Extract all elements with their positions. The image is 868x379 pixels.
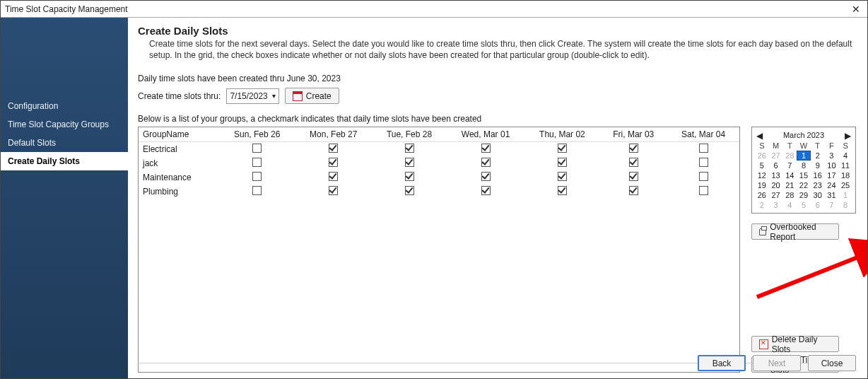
table-row[interactable]: jack	[139, 156, 739, 170]
slots-grid[interactable]: GroupNameSun, Feb 26Mon, Feb 27Tue, Feb …	[138, 127, 740, 373]
overbooked-report-button[interactable]: Overbooked Report	[751, 223, 839, 240]
calendar-next-icon[interactable]: ▶	[845, 131, 851, 141]
slot-checkbox[interactable]	[329, 172, 338, 181]
calendar-day[interactable]: 16	[811, 170, 825, 180]
calendar-day-off[interactable]: 6	[811, 200, 825, 210]
calendar-day[interactable]: 13	[769, 170, 783, 180]
date-thru-select[interactable]: 7/15/2023 ▾	[226, 88, 278, 104]
col-date[interactable]: Mon, Feb 27	[295, 127, 373, 142]
calendar-day[interactable]: 2	[811, 151, 825, 161]
group-name-cell: jack	[139, 156, 219, 170]
create-button[interactable]: Create	[285, 88, 339, 104]
calendar-day[interactable]: 12	[755, 170, 769, 180]
calendar-day-off[interactable]: 28	[782, 151, 797, 161]
slot-checkbox[interactable]	[481, 172, 491, 181]
calendar-day[interactable]: 7	[782, 161, 797, 170]
slot-checkbox[interactable]	[329, 186, 338, 195]
calendar-day[interactable]: 27	[769, 190, 783, 200]
calendar-day[interactable]: 28	[782, 190, 797, 200]
col-date[interactable]: Sat, Mar 04	[667, 127, 739, 142]
calendar-day[interactable]: 8	[797, 161, 811, 170]
col-date[interactable]: Tue, Feb 28	[373, 127, 447, 142]
slot-checkbox[interactable]	[405, 158, 414, 167]
slot-checkbox[interactable]	[558, 172, 567, 181]
slot-checkbox[interactable]	[252, 158, 262, 167]
calendar-day[interactable]: 19	[755, 180, 769, 190]
calendar-day-off[interactable]: 8	[838, 200, 852, 210]
calendar-day-off[interactable]: 3	[769, 200, 783, 210]
col-date[interactable]: Thu, Mar 02	[525, 127, 600, 142]
calendar-day[interactable]: 22	[797, 180, 811, 190]
slot-checkbox[interactable]	[699, 186, 708, 195]
month-calendar[interactable]: ◀ March 2023 ▶ SMTWTFS262728123456789101…	[751, 127, 856, 214]
slot-checkbox[interactable]	[699, 144, 708, 153]
slot-checkbox[interactable]	[405, 144, 414, 153]
calendar-day[interactable]: 21	[782, 180, 797, 190]
calendar-day[interactable]: 1	[797, 151, 811, 161]
slot-checkbox[interactable]	[629, 186, 638, 195]
calendar-day[interactable]: 6	[769, 161, 783, 170]
col-group-name[interactable]: GroupName	[139, 127, 219, 142]
slot-checkbox[interactable]	[481, 186, 491, 195]
calendar-day[interactable]: 29	[797, 190, 811, 200]
calendar-day-off[interactable]: 26	[755, 151, 769, 161]
col-date[interactable]: Fri, Mar 03	[599, 127, 667, 142]
calendar-day[interactable]: 3	[825, 151, 839, 161]
slot-checkbox[interactable]	[329, 158, 338, 167]
calendar-day[interactable]: 5	[755, 161, 769, 170]
back-button[interactable]: Back	[698, 355, 746, 371]
calendar-day[interactable]: 9	[811, 161, 825, 170]
table-row[interactable]: Maintenance	[139, 170, 739, 185]
slot-checkbox[interactable]	[558, 186, 567, 195]
calendar-prev-icon[interactable]: ◀	[756, 131, 763, 141]
close-icon[interactable]: ✕	[849, 4, 863, 14]
sidebar-item-capacity-groups[interactable]: Time Slot Capacity Groups	[1, 115, 128, 134]
slot-checkbox[interactable]	[481, 158, 491, 167]
calendar-day[interactable]: 11	[838, 161, 852, 170]
calendar-day[interactable]: 31	[825, 190, 839, 200]
calendar-month-label: March 2023	[783, 131, 824, 139]
calendar-day-off[interactable]: 1	[838, 190, 852, 200]
calendar-day[interactable]: 25	[838, 180, 852, 190]
slot-checkbox[interactable]	[405, 186, 414, 195]
slot-checkbox[interactable]	[252, 172, 262, 181]
col-date[interactable]: Wed, Mar 01	[447, 127, 525, 142]
calendar-day[interactable]: 15	[797, 170, 811, 180]
calendar-day[interactable]: 23	[811, 180, 825, 190]
calendar-day[interactable]: 26	[755, 190, 769, 200]
sidebar-item-configuration[interactable]: Configuration	[1, 97, 128, 115]
sidebar-item-default-slots[interactable]: Default Slots	[1, 134, 128, 152]
slot-checkbox[interactable]	[329, 144, 338, 153]
slot-checkbox[interactable]	[405, 172, 414, 181]
calendar-day[interactable]: 30	[811, 190, 825, 200]
calendar-day[interactable]: 4	[838, 151, 852, 161]
calendar-day[interactable]: 24	[825, 180, 839, 190]
sidebar-item-create-daily-slots[interactable]: Create Daily Slots	[1, 152, 128, 170]
calendar-day[interactable]: 20	[769, 180, 783, 190]
slot-checkbox[interactable]	[629, 158, 638, 167]
slot-checkbox[interactable]	[699, 172, 708, 181]
table-row[interactable]: Plumbing	[139, 185, 739, 199]
slot-checkbox[interactable]	[558, 158, 567, 167]
calendar-day[interactable]: 18	[838, 170, 852, 180]
slot-checkbox[interactable]	[629, 172, 638, 181]
col-date[interactable]: Sun, Feb 26	[219, 127, 295, 142]
calendar-day[interactable]: 14	[782, 170, 797, 180]
slot-checkbox[interactable]	[252, 144, 262, 153]
calendar-day-off[interactable]: 27	[769, 151, 783, 161]
slot-checkbox[interactable]	[558, 144, 567, 153]
close-button[interactable]: Close	[808, 355, 856, 371]
slot-checkbox[interactable]	[481, 144, 491, 153]
slot-checkbox[interactable]	[699, 158, 708, 167]
table-row[interactable]: Electrical	[139, 142, 739, 157]
calendar-day-off[interactable]: 2	[755, 200, 769, 210]
delete-daily-slots-button[interactable]: Delete Daily Slots	[751, 336, 839, 352]
calendar-day[interactable]: 10	[825, 161, 839, 170]
calendar-day-off[interactable]: 4	[782, 200, 797, 210]
calendar-day-off[interactable]: 7	[825, 200, 839, 210]
next-button[interactable]: Next	[753, 355, 801, 371]
calendar-day-off[interactable]: 5	[797, 200, 811, 210]
slot-checkbox[interactable]	[252, 186, 262, 195]
calendar-day[interactable]: 17	[825, 170, 839, 180]
slot-checkbox[interactable]	[629, 144, 638, 153]
